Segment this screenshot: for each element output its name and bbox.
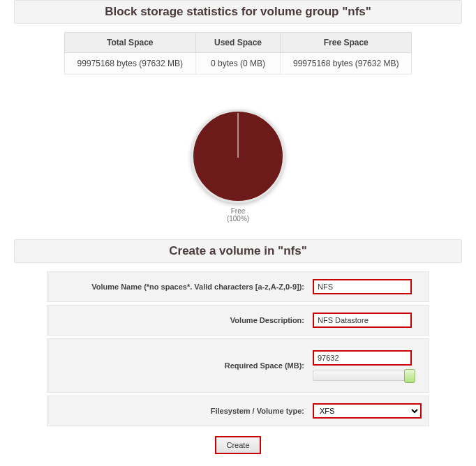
label-required-space: Required Space (MB): — [54, 361, 304, 370]
label-volume-name: Volume Name (*no spaces*. Valid characte… — [54, 283, 304, 291]
col-free: Free Space — [281, 33, 412, 53]
val-used: 0 bytes (0 MB) — [195, 53, 280, 75]
stats-table: Total Space Used Space Free Space 999751… — [0, 32, 476, 75]
label-volume-description: Volume Description: — [54, 316, 304, 324]
stats-heading: Block storage statistics for volume grou… — [14, 0, 462, 24]
row-fs-type: Filesystem / Volume type: XFS — [47, 396, 429, 426]
volume-name-input[interactable] — [313, 279, 412, 294]
col-total: Total Space — [64, 33, 195, 53]
slider-handle-icon[interactable] — [404, 369, 415, 383]
val-total: 99975168 bytes (97632 MB) — [64, 53, 195, 75]
create-heading: Create a volume in "nfs" — [14, 239, 462, 263]
create-button[interactable]: Create — [215, 436, 260, 454]
label-fs-type: Filesystem / Volume type: — [54, 407, 304, 415]
pie-label: Free (100%) — [0, 207, 476, 223]
fs-type-select[interactable]: XFS — [313, 403, 422, 419]
required-space-input[interactable] — [313, 350, 412, 366]
val-free: 99975168 bytes (97632 MB) — [281, 53, 412, 75]
row-required-space: Required Space (MB): — [47, 338, 429, 393]
row-volume-name: Volume Name (*no spaces*. Valid characte… — [47, 271, 429, 302]
volume-description-input[interactable] — [313, 313, 412, 328]
storage-pie-chart — [191, 110, 285, 203]
row-volume-description: Volume Description: — [47, 305, 429, 336]
col-used: Used Space — [195, 33, 280, 53]
required-space-slider[interactable] — [313, 370, 412, 381]
